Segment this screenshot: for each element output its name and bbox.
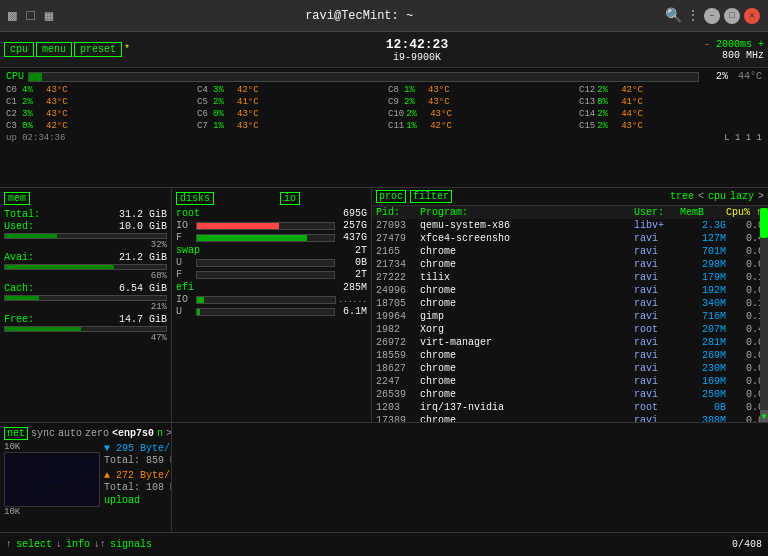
disk-root-name-row: root 695G	[176, 208, 367, 219]
disk-root-io-row: IO 257G	[176, 220, 367, 231]
mem-avail-val: 21.2 GiB	[119, 252, 167, 263]
disks-header: disks io	[176, 192, 367, 205]
cpu-section: CPU 2% 44°C C0 4% 43°C C4 3% 42°C C8 1%	[0, 68, 768, 188]
header-right: - 2000ms + 800 MHz	[704, 39, 764, 61]
table-row[interactable]: 2247chromeravi169M0.0	[372, 375, 768, 388]
titlebar-left-icons: ▩ □ ▦	[8, 7, 53, 24]
table-row[interactable]: 18705chromeravi340M0.1	[372, 297, 768, 310]
proc-list: 27093qemu-system-x86libv+2.3G0.0 27479xf…	[372, 219, 768, 422]
cpu-footer: up 02:34:36 L 1 1 1	[6, 133, 762, 143]
mem-panel: mem Total: 31.2 GiB Used: 10.0 GiB 32% A…	[0, 188, 172, 422]
table-row[interactable]: 18559chromeravi269M0.0	[372, 349, 768, 362]
interval-display: - 2000ms +	[704, 39, 764, 50]
core-c15: C15 2% 43°C	[579, 121, 762, 131]
proc-scrollbar[interactable]	[760, 208, 768, 422]
proc-panel: proc filter tree < cpu lazy > Pid: Progr…	[372, 188, 768, 422]
table-row[interactable]: 27479xfce4-screenshoravi127M0.4	[372, 232, 768, 245]
net-stats: ▼ 295 Byte/s Total: 859 MiB ▲ 272 Byte/s…	[104, 442, 172, 506]
table-row[interactable]: 21734chromeravi298M0.0	[372, 258, 768, 271]
net-interface: <enp7s0	[112, 428, 154, 439]
net-label: net	[4, 427, 28, 440]
tab-preset[interactable]: preset	[74, 42, 122, 57]
disk-efi-u-bar	[196, 308, 335, 316]
col-user: User:	[634, 207, 680, 218]
core-c10: C10 2% 43°C	[388, 109, 571, 119]
table-row[interactable]: 17389chromeravi308M0.0	[372, 414, 768, 422]
net-graph: · · · · · · ·· · ·· · ·· · · ·· ·· · · ·…	[4, 452, 100, 507]
core-c5: C5 2% 41°C	[197, 97, 380, 107]
core-c11: C11 1% 42°C	[388, 121, 571, 131]
terminal-icon[interactable]: □	[26, 8, 34, 24]
select-button[interactable]: select	[16, 539, 52, 550]
load-avg: L 1 1 1	[724, 133, 762, 143]
mem-total-row: Total: 31.2 GiB	[4, 209, 167, 220]
net-upload-total: Total: 108 MiB	[104, 482, 172, 493]
minimize-button[interactable]: –	[704, 8, 720, 24]
tree-label: tree	[670, 191, 694, 202]
disk-root-bar	[196, 222, 335, 230]
mem-total-val: 31.2 GiB	[119, 209, 167, 220]
maximize-button[interactable]: □	[724, 8, 740, 24]
cpu-freq: 800 MHz	[722, 50, 764, 61]
table-row[interactable]: 26972virt-managerravi281M0.0	[372, 336, 768, 349]
chat-icon[interactable]: ▦	[45, 7, 53, 24]
mem-total-label: Total:	[4, 209, 40, 220]
table-row[interactable]: 24996chromeravi192M0.0	[372, 284, 768, 297]
disk-root-f-row: F 437G	[176, 232, 367, 243]
mem-panel-title: mem	[4, 192, 30, 205]
mem-free-label: Free:	[4, 314, 34, 325]
net-panel: net sync auto zero <enp7s0 n > 10K · · ·…	[0, 423, 172, 532]
info-button[interactable]: info	[66, 539, 90, 550]
net-zero[interactable]: zero	[85, 428, 109, 439]
proc-scroll-down[interactable]: ▼	[760, 410, 768, 422]
table-row[interactable]: 1203irq/137-nvidiaroot0B0.0	[372, 401, 768, 414]
net-sync[interactable]: sync	[31, 428, 55, 439]
monitor-icon[interactable]: ▩	[8, 7, 16, 24]
table-row[interactable]: 18627chromeravi230M0.0	[372, 362, 768, 375]
bottom-row: net sync auto zero <enp7s0 n > 10K · · ·…	[0, 422, 768, 532]
top-bar: cpu menu preset * 12:42:23 i9-9900K - 20…	[0, 32, 768, 68]
tab-cpu[interactable]: cpu	[4, 42, 34, 57]
search-icon[interactable]: 🔍	[665, 7, 682, 24]
table-row[interactable]: 27222tilixravi179M0.1	[372, 271, 768, 284]
mem-used-bar-fill	[5, 234, 57, 238]
titlebar: ▩ □ ▦ ravi@TecMint: ~ 🔍 ⋮ – □ ✕	[0, 0, 768, 32]
table-row[interactable]: 1982Xorgroot207M0.4	[372, 323, 768, 336]
process-count: 0/408	[732, 539, 762, 550]
proc-filter-bar: proc filter tree < cpu lazy >	[372, 188, 768, 206]
cpu-model: i9-9900K	[393, 52, 441, 63]
cpu-main-bar: CPU 2% 44°C	[6, 71, 762, 82]
cpu-cores-grid: C0 4% 43°C C4 3% 42°C C8 1% 43°C C12 2% …	[6, 85, 762, 131]
app-content: cpu menu preset * 12:42:23 i9-9900K - 20…	[0, 32, 768, 556]
disk-swap-u-bar	[196, 259, 335, 267]
cpu-total-bar	[28, 72, 699, 82]
disk-root-f-bar	[196, 234, 335, 242]
disk-root-bar-fill	[197, 223, 279, 229]
mem-free-val: 14.7 GiB	[119, 314, 167, 325]
close-button[interactable]: ✕	[744, 8, 760, 24]
status-bar: ↑ select ↓ info ↓↑ signals 0/408	[0, 532, 768, 556]
net-auto[interactable]: auto	[58, 428, 82, 439]
mem-cach-row: Cach: 6.54 GiB	[4, 283, 167, 294]
middle-content: mem Total: 31.2 GiB Used: 10.0 GiB 32% A…	[0, 188, 768, 422]
core-c12: C12 2% 42°C	[579, 85, 762, 95]
cpu-total-pct: 2%	[703, 71, 728, 82]
mem-avail-label: Avai:	[4, 252, 34, 263]
col-memb: MemB	[680, 207, 726, 218]
mem-cach-bar-fill	[5, 296, 39, 300]
disk-efi-u-bar-fill	[197, 309, 200, 315]
clock: 12:42:23	[386, 37, 448, 52]
tab-menu[interactable]: menu	[36, 42, 72, 57]
menu-icon[interactable]: ⋮	[686, 7, 700, 24]
table-row[interactable]: 2165chromeravi701M0.0	[372, 245, 768, 258]
table-row[interactable]: 27093qemu-system-x86libv+2.3G0.0	[372, 219, 768, 232]
core-c9: C9 2% 43°C	[388, 97, 571, 107]
table-row[interactable]: 19964gimpravi716M0.1	[372, 310, 768, 323]
signals-button[interactable]: signals	[110, 539, 152, 550]
core-c8: C8 1% 43°C	[388, 85, 571, 95]
core-c2: C2 3% 43°C	[6, 109, 189, 119]
mem-used-bar	[4, 233, 167, 239]
disks-io-label: io	[280, 192, 300, 205]
proc-label: proc	[376, 190, 406, 203]
table-row[interactable]: 26539chromeravi250M0.0	[372, 388, 768, 401]
